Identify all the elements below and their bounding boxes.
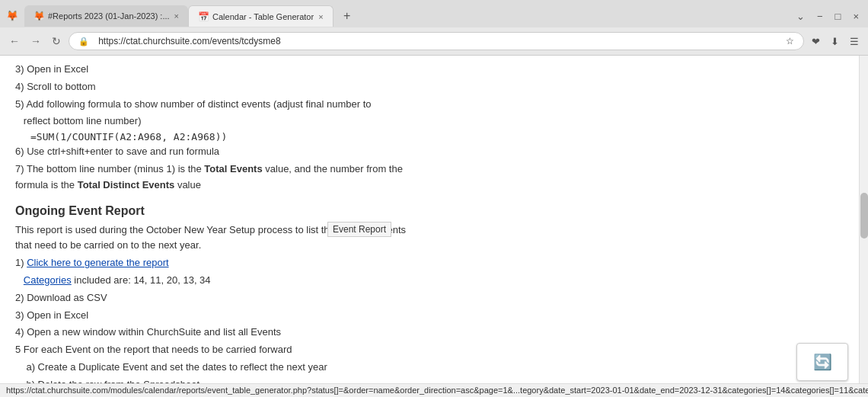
step-5-line1: 5) Add following formula to show number …	[15, 97, 411, 113]
step-4: 4) Scroll to bottom	[15, 79, 411, 95]
browser-logo-icon: 🦊	[6, 10, 18, 22]
new-tab-button[interactable]: +	[337, 5, 358, 27]
content-inner: 3) Open in Excel 4) Scroll to bottom 5) …	[0, 56, 655, 397]
tab-calendar[interactable]: 📅 Calendar - Table Generator ×	[188, 5, 333, 27]
tab1-close-button[interactable]: ×	[174, 11, 179, 21]
maximize-button[interactable]: □	[832, 9, 844, 24]
page-scrollbar[interactable]	[859, 56, 868, 397]
window-controls: ⌄ − □ ×	[793, 9, 862, 24]
status-url: https://ctat.churchsuite.com/modules/cal…	[6, 386, 868, 395]
recaptcha-icon: 🔄	[813, 353, 832, 371]
tab2-close-button[interactable]: ×	[318, 12, 323, 21]
more-tabs-button[interactable]: ⌄	[793, 9, 808, 24]
step-3: 3) Open in Excel	[15, 62, 411, 78]
refresh-button[interactable]: ↻	[49, 34, 64, 49]
ongoing-step-5a: a) Create a Duplicate Event and set the …	[15, 360, 411, 376]
ongoing-step-2: 2) Download as CSV	[15, 290, 411, 306]
tab-bar: 🦊 🦊 #Reports 2023 (01-Jan-2023) :... × 📅…	[0, 0, 868, 27]
tab1-favicon: 🦊	[34, 11, 44, 21]
url-text: https://ctat.churchsuite.com/events/tcdy…	[98, 36, 781, 46]
browser-chrome: 🦊 🦊 #Reports 2023 (01-Jan-2023) :... × 📅…	[0, 0, 868, 56]
back-button[interactable]: ←	[6, 34, 23, 49]
total-events-bold: Total Events	[204, 163, 262, 174]
ongoing-step-4: 4) Open a new window within ChurchSuite …	[15, 325, 411, 341]
ongoing-section-heading: Ongoing Event Report	[15, 204, 411, 218]
generate-report-link[interactable]: Click here to generate the report	[27, 257, 168, 268]
menu-button[interactable]: ☰	[847, 34, 862, 49]
url-bar[interactable]: 🔒 https://ctat.churchsuite.com/events/tc…	[69, 32, 804, 50]
toolbar-right: ❤ ⬇ ☰	[809, 34, 862, 49]
formula: =SUM(1/COUNTIF(A2:A968, A2:A968))	[30, 131, 411, 142]
tab2-title: Calendar - Table Generator	[212, 12, 314, 21]
ongoing-step-categories: Categories included are: 14, 11, 20, 13,…	[15, 273, 411, 289]
minimize-button[interactable]: −	[814, 9, 826, 24]
status-bar: https://ctat.churchsuite.com/modules/cal…	[0, 383, 868, 397]
bookmark-icon[interactable]: ☆	[786, 36, 794, 46]
heart-button[interactable]: ❤	[809, 34, 823, 49]
recaptcha-widget[interactable]: 🔄	[796, 343, 848, 381]
download-button[interactable]: ⬇	[828, 34, 842, 49]
step-7: 7) The bottom line number (minus 1) is t…	[15, 162, 411, 194]
ongoing-step-3: 3) Open in Excel	[15, 308, 411, 324]
categories-link[interactable]: Categories	[24, 274, 72, 286]
ongoing-step-5: 5 For each Event on the report that need…	[15, 342, 411, 358]
close-button[interactable]: ×	[850, 9, 862, 24]
url-security-icons: 🔒	[78, 37, 94, 46]
scrollbar-thumb[interactable]	[860, 193, 868, 239]
tab2-favicon: 📅	[198, 11, 209, 22]
total-distinct-bold: Total Distinct Events	[78, 179, 175, 190]
step-6: 6) Use ctrl+shift+enter to save and run …	[15, 144, 411, 160]
step-5-line2: reflect bottom line number)	[15, 114, 411, 130]
tab1-title: #Reports 2023 (01-Jan-2023) :...	[48, 11, 170, 21]
tab-reports[interactable]: 🦊 #Reports 2023 (01-Jan-2023) :... ×	[24, 5, 188, 27]
content-area: 3) Open in Excel 4) Scroll to bottom 5) …	[0, 56, 859, 397]
address-bar: ← → ↻ 🔒 https://ctat.churchsuite.com/eve…	[0, 27, 868, 55]
ongoing-step-1: 1) Click here to generate the report	[15, 255, 411, 271]
page-content: 3) Open in Excel 4) Scroll to bottom 5) …	[0, 56, 868, 397]
forward-button[interactable]: →	[27, 34, 44, 49]
ongoing-desc: This report is used during the October N…	[15, 223, 411, 255]
